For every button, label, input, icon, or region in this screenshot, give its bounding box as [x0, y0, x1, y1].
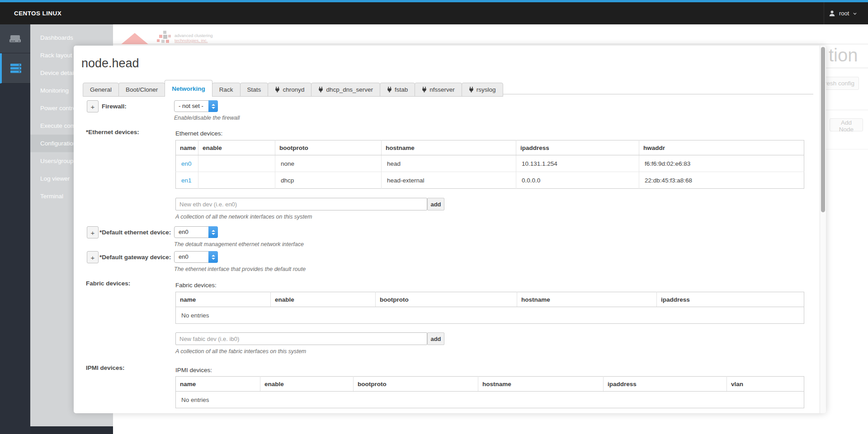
tab-label: dhcp_dns_server: [326, 83, 373, 97]
tab-label: fstab: [395, 83, 408, 97]
table-row-empty: No entries: [176, 392, 804, 408]
sidebar-icon-devices[interactable]: [0, 53, 30, 84]
column-header-ipaddress: ipaddress: [604, 377, 727, 392]
add-fabric-dev-button[interactable]: add: [427, 332, 444, 345]
top-bar: CENTOS LINUX root: [0, 0, 868, 24]
tab-label: nfsserver: [429, 83, 455, 97]
cell-bootproto: none: [275, 155, 382, 172]
tab-nfsserver[interactable]: nfsserver: [415, 83, 462, 97]
user-menu[interactable]: root: [829, 2, 857, 24]
topbar-divider: [824, 2, 824, 24]
new-fabric-dev-input[interactable]: [175, 332, 427, 345]
select-stepper-icon: [208, 100, 218, 112]
firewall-select[interactable]: - not set -: [174, 100, 218, 112]
table-row: en0nonehead10.131.1.254f6:f6:9d:02:e6:83: [176, 155, 804, 172]
ethernet-table-caption: Ethernet devices:: [175, 130, 222, 137]
column-header-name: name: [176, 377, 260, 392]
cell-ipaddress: 10.131.1.254: [516, 155, 639, 172]
fabric-devices-table: nameenablebootprotohostnameipaddressNo e…: [175, 292, 804, 324]
default-gateway-help: The ethernet interface that provides the…: [174, 266, 306, 272]
firewall-expand-button[interactable]: +: [87, 100, 99, 112]
background-page-heading: tion: [829, 45, 858, 65]
ethernet-devices-label: *Ethernet devices:: [86, 129, 139, 135]
ethernet-devices-table: nameenablebootprotohostnameipaddresshwad…: [175, 140, 804, 189]
ethernet-help: A collection of all the network interfac…: [175, 214, 312, 220]
cell-hostname: head-external: [382, 172, 516, 189]
default-gateway-select-value: en0: [179, 252, 189, 262]
column-header-hwaddr: hwaddr: [639, 140, 804, 155]
default-gateway-label: *Default gateway device:: [99, 254, 171, 261]
tab-label: chronyd: [283, 83, 304, 97]
tab-chronyd[interactable]: chronyd: [268, 83, 311, 97]
add-node-button[interactable]: Add Node: [830, 118, 863, 131]
cell-hwaddr: 22:db:45:f3:a8:68: [639, 172, 804, 189]
column-header-name: name: [176, 292, 271, 307]
user-name: root: [839, 10, 849, 17]
column-header-hostname: hostname: [382, 140, 516, 155]
column-header-ipaddress: ipaddress: [516, 140, 639, 155]
tab-rack[interactable]: Rack: [212, 83, 241, 97]
tab-rsyslog[interactable]: rsyslog: [462, 83, 503, 97]
background-divider: [113, 44, 868, 44]
chevron-down-icon: [853, 12, 857, 15]
default-ethernet-label: *Default ethernet device:: [99, 229, 171, 236]
default-ethernet-select-value: en0: [179, 227, 189, 238]
cell-enable: [198, 155, 275, 172]
icon-rail: [0, 24, 30, 434]
column-header-enable: enable: [260, 377, 354, 392]
table-row-empty: No entries: [176, 307, 804, 324]
modal-title: node.head: [81, 56, 139, 70]
brand-title: CENTOS LINUX: [14, 2, 61, 24]
plug-icon: [469, 87, 474, 93]
tab-dhcp-dns-server[interactable]: dhcp_dns_server: [311, 83, 380, 97]
scrollbar-thumb[interactable]: [821, 47, 825, 212]
no-entries-cell: No entries: [176, 307, 804, 324]
cell-ipaddress: 0.0.0.0: [516, 172, 639, 189]
ipmi-devices-label: IPMI devices:: [86, 364, 125, 371]
column-header-bootproto: bootproto: [376, 292, 517, 307]
firewall-help: Enable/disable the firewall: [174, 115, 240, 121]
sidebar-item-dashboards[interactable]: Dashboards: [30, 29, 113, 47]
tab-bar: GeneralBoot/ClonerNetworkingRackStatschr…: [83, 80, 503, 97]
svg-text:advanced clustering: advanced clustering: [175, 33, 213, 38]
sidebar-icon-dashboard[interactable]: [0, 24, 30, 53]
default-gateway-select[interactable]: en0: [174, 251, 218, 263]
modal-scrollbar[interactable]: [820, 46, 826, 413]
default-ethernet-help: The detault management ethernet network …: [174, 241, 304, 247]
tab-general[interactable]: General: [83, 83, 119, 97]
new-eth-dev-input[interactable]: [175, 198, 427, 210]
column-header-enable: enable: [198, 140, 275, 155]
fabric-table-caption: Fabric devices:: [175, 282, 217, 289]
column-header-ipaddress: ipaddress: [657, 292, 804, 307]
plug-icon: [422, 87, 427, 93]
tab-fstab[interactable]: fstab: [380, 83, 415, 97]
user-icon: [829, 10, 835, 17]
tab-label: General: [90, 83, 112, 97]
default-ethernet-expand-button[interactable]: +: [87, 226, 99, 238]
tab-networking[interactable]: Networking: [165, 80, 212, 97]
column-header-vlan: vlan: [727, 377, 804, 392]
default-ethernet-select[interactable]: en0: [174, 226, 218, 238]
cell-name: en1: [176, 172, 198, 189]
select-stepper-icon: [208, 251, 218, 263]
advanced-clustering-logo: advanced clustering technologies, inc.: [118, 27, 213, 46]
default-gateway-expand-button[interactable]: +: [87, 251, 99, 263]
device-link[interactable]: en0: [181, 160, 192, 167]
background-divider: [826, 110, 868, 110]
rack-icon: [10, 64, 22, 73]
device-link[interactable]: en1: [181, 177, 192, 184]
tab-boot-cloner[interactable]: Boot/Cloner: [118, 83, 165, 97]
ipmi-table-caption: IPMI devices:: [175, 367, 212, 373]
cell-enable: [198, 172, 275, 189]
cell-hostname: head: [382, 155, 516, 172]
server-icon: [9, 35, 21, 43]
column-header-enable: enable: [271, 292, 376, 307]
firewall-label: Firewall:: [102, 103, 127, 110]
column-header-name: name: [176, 140, 198, 155]
tab-stats[interactable]: Stats: [240, 83, 269, 97]
table-row: en1dhcphead-external0.0.0.022:db:45:f3:a…: [176, 172, 804, 189]
column-header-hostname: hostname: [478, 377, 604, 392]
tab-label: rsyslog: [476, 83, 496, 97]
fabric-help: A collection of all the fabric interface…: [175, 348, 306, 355]
add-eth-dev-button[interactable]: add: [427, 198, 444, 210]
